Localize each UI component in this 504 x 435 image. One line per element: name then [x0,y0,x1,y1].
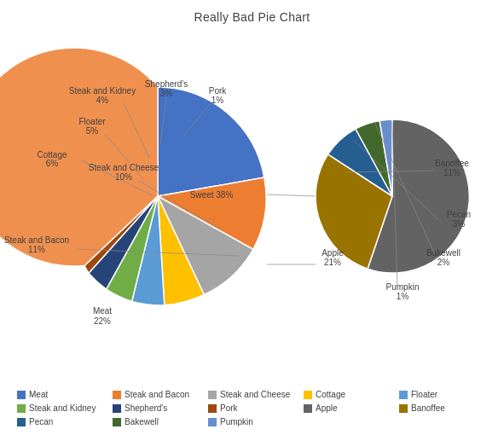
label-steak-cheese-pct: 10% [115,172,132,182]
legend-swatch-steak-cheese [208,391,217,399]
legend-swatch-pork [208,404,217,413]
label-sweet: Sweet 38% [190,190,234,200]
legend-item-shepherds: Shepherd's [113,403,198,413]
legend-label-apple: Apple [316,403,338,413]
label-pecan: Pecan [447,210,471,219]
legend-item-cottage: Cottage [304,390,389,399]
legend-swatch-steak-bacon [113,391,121,399]
label-pork: Pork [209,86,228,96]
label-bakewell: Bakewell [426,248,461,258]
label-pecan-pct: 3% [453,219,466,229]
label-steak-bacon-pct: 11% [28,245,45,254]
chart-container: Really Bad Pie Chart Sweet 38% Meat 22% [0,0,504,435]
legend-swatch-pecan [17,418,26,426]
chart-title: Really Bad Pie Chart [0,0,504,24]
legend-swatch-floater [399,391,408,399]
label-cottage-pct: 6% [46,159,59,168]
legend-item-floater: Floater [399,390,484,399]
legend-label-cottage: Cottage [316,390,345,399]
legend-item-steak-cheese: Steak and Cheese [208,390,293,399]
label-shepherds: Shepherd's [145,79,188,89]
label-pumpkin: Pumpkin [386,282,420,292]
chart-svg: Sweet 38% Meat 22% Steak and Bacon 11% S… [0,26,504,384]
legend-item-bakewell: Bakewell [113,417,198,426]
chart-legend: Meat Steak and Bacon Steak and Cheese Co… [17,390,495,426]
label-floater: Floater [78,117,106,126]
label-meat: Meat [93,306,112,316]
legend-label-steak-kidney: Steak and Kidney [29,403,96,413]
leader-sweet-left [267,194,316,196]
legend-label-pecan: Pecan [29,417,53,426]
legend-item-apple: Apple [304,403,389,413]
legend-label-pumpkin: Pumpkin [220,417,253,426]
label-steak-bacon: Steak and Bacon [4,235,69,245]
legend-label-steak-bacon: Steak and Bacon [125,390,189,399]
label-pork-pct: 1% [211,96,224,105]
label-steak-kidney: Steak and Kidney [69,86,136,96]
label-banoffee-pct: 11% [443,168,461,177]
label-steak-cheese: Steak and Cheese [89,163,159,172]
legend-item-banoffee: Banoffee [399,403,484,413]
legend-swatch-steak-kidney [17,404,26,413]
legend-swatch-banoffee [399,404,408,413]
legend-label-bakewell: Bakewell [125,417,159,426]
legend-item-steak-bacon: Steak and Bacon [113,390,198,399]
legend-label-floater: Floater [411,390,437,399]
legend-item-pumpkin: Pumpkin [208,417,293,426]
legend-item-pecan: Pecan [17,417,102,426]
label-banoffee: Banoffee [435,159,469,168]
legend-swatch-meat [17,391,26,399]
legend-label-pork: Pork [220,403,238,413]
legend-item-pork: Pork [208,403,293,413]
label-shepherds-pct: 3% [160,89,173,98]
label-meat-pct: 22% [94,316,111,326]
legend-item-meat: Meat [17,390,102,399]
label-steak-kidney-pct: 4% [96,96,109,105]
legend-swatch-pumpkin [208,418,217,426]
label-apple-pct: 21% [324,258,341,267]
legend-swatch-apple [304,404,312,413]
label-pumpkin-pct: 1% [397,292,409,301]
label-bakewell-pct: 2% [437,258,450,267]
legend-label-steak-cheese: Steak and Cheese [220,390,290,399]
legend-label-meat: Meat [29,390,48,399]
legend-label-shepherds: Shepherd's [125,403,167,413]
legend-item-steak-kidney: Steak and Kidney [17,403,102,413]
label-floater-pct: 5% [86,126,99,136]
legend-label-banoffee: Banoffee [411,403,445,413]
legend-swatch-bakewell [113,418,121,426]
legend-swatch-cottage [304,391,312,399]
legend-swatch-shepherds [113,404,121,413]
label-apple: Apple [322,248,344,258]
